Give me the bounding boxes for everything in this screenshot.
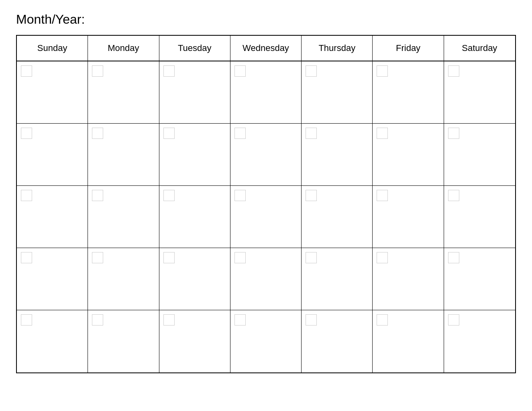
date-box bbox=[21, 190, 32, 201]
calendar-cell[interactable] bbox=[159, 124, 230, 185]
calendar-cell[interactable] bbox=[230, 310, 302, 372]
date-box bbox=[21, 65, 32, 77]
date-box bbox=[92, 252, 103, 263]
date-box bbox=[163, 128, 175, 139]
date-box bbox=[448, 190, 459, 201]
calendar-grid: Sunday Monday Tuesday Wednesday Thursday… bbox=[16, 35, 516, 373]
day-header-sunday: Sunday bbox=[17, 36, 88, 61]
date-box bbox=[448, 65, 459, 77]
day-header-saturday: Saturday bbox=[444, 36, 515, 61]
date-box bbox=[92, 65, 103, 77]
date-box bbox=[163, 314, 175, 326]
calendar-cell[interactable] bbox=[88, 186, 159, 248]
calendar-cell[interactable] bbox=[444, 310, 515, 372]
calendar-cell[interactable] bbox=[230, 124, 302, 185]
calendar-cell[interactable] bbox=[17, 186, 88, 248]
calendar-cell[interactable] bbox=[302, 310, 373, 372]
calendar-cell[interactable] bbox=[17, 310, 88, 372]
day-header-wednesday: Wednesday bbox=[230, 36, 302, 61]
calendar-cell[interactable] bbox=[88, 61, 159, 123]
day-header-thursday: Thursday bbox=[302, 36, 373, 61]
date-box bbox=[306, 314, 317, 326]
date-box bbox=[448, 128, 459, 139]
date-box bbox=[234, 128, 246, 139]
calendar-cell[interactable] bbox=[373, 61, 444, 123]
calendar-cell[interactable] bbox=[444, 248, 515, 310]
date-box bbox=[234, 314, 246, 326]
date-box bbox=[306, 252, 317, 263]
calendar-row bbox=[17, 310, 515, 372]
date-box bbox=[377, 252, 388, 263]
calendar-cell[interactable] bbox=[302, 61, 373, 123]
calendar-cell[interactable] bbox=[373, 248, 444, 310]
calendar-header: Sunday Monday Tuesday Wednesday Thursday… bbox=[17, 36, 515, 61]
calendar-cell[interactable] bbox=[230, 61, 302, 123]
calendar-cell[interactable] bbox=[444, 61, 515, 123]
day-header-tuesday: Tuesday bbox=[159, 36, 230, 61]
calendar-cell[interactable] bbox=[17, 124, 88, 185]
calendar-cell[interactable] bbox=[88, 310, 159, 372]
calendar-row bbox=[17, 124, 515, 186]
date-box bbox=[92, 314, 103, 326]
date-box bbox=[21, 128, 32, 139]
date-box bbox=[306, 190, 317, 201]
calendar-cell[interactable] bbox=[159, 186, 230, 248]
calendar-cell[interactable] bbox=[159, 310, 230, 372]
calendar-body bbox=[17, 61, 515, 372]
date-box bbox=[21, 252, 32, 263]
date-box bbox=[306, 65, 317, 77]
calendar-cell[interactable] bbox=[88, 124, 159, 185]
date-box bbox=[163, 252, 175, 263]
date-box bbox=[377, 190, 388, 201]
calendar-cell[interactable] bbox=[159, 61, 230, 123]
calendar-cell[interactable] bbox=[230, 186, 302, 248]
date-box bbox=[448, 252, 459, 263]
date-box bbox=[163, 65, 175, 77]
calendar-cell[interactable] bbox=[373, 310, 444, 372]
date-box bbox=[234, 252, 246, 263]
date-box bbox=[92, 190, 103, 201]
calendar-cell[interactable] bbox=[17, 61, 88, 123]
calendar-cell[interactable] bbox=[444, 186, 515, 248]
calendar-row bbox=[17, 186, 515, 248]
date-box bbox=[234, 65, 246, 77]
day-header-friday: Friday bbox=[373, 36, 444, 61]
calendar-cell[interactable] bbox=[230, 248, 302, 310]
calendar-cell[interactable] bbox=[373, 186, 444, 248]
day-header-monday: Monday bbox=[88, 36, 159, 61]
page-title: Month/Year: bbox=[16, 12, 516, 27]
calendar-cell[interactable] bbox=[373, 124, 444, 185]
date-box bbox=[163, 190, 175, 201]
date-box bbox=[377, 128, 388, 139]
date-box bbox=[21, 314, 32, 326]
calendar-row bbox=[17, 61, 515, 124]
calendar-cell[interactable] bbox=[444, 124, 515, 185]
calendar-cell[interactable] bbox=[302, 124, 373, 185]
date-box bbox=[306, 128, 317, 139]
date-box bbox=[92, 128, 103, 139]
calendar-cell[interactable] bbox=[159, 248, 230, 310]
calendar-row bbox=[17, 248, 515, 310]
date-box bbox=[377, 314, 388, 326]
date-box bbox=[234, 190, 246, 201]
calendar-cell[interactable] bbox=[88, 248, 159, 310]
date-box bbox=[377, 65, 388, 77]
calendar-cell[interactable] bbox=[302, 186, 373, 248]
date-box bbox=[448, 314, 459, 326]
calendar-cell[interactable] bbox=[302, 248, 373, 310]
calendar-cell[interactable] bbox=[17, 248, 88, 310]
